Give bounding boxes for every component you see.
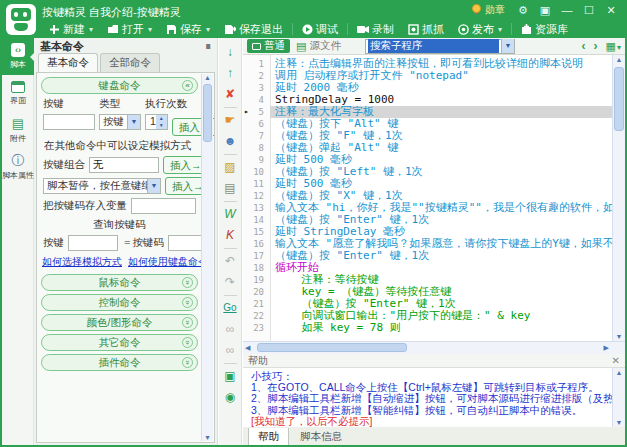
code-line[interactable]: 5注释：最大化写字板 <box>243 106 625 118</box>
scroll-up-icon[interactable]: ▲ <box>202 74 213 81</box>
pane-layout-icon[interactable]: ▦▾ <box>606 40 621 53</box>
normal-view-button[interactable]: 普通 <box>247 39 290 53</box>
tab-全部命令[interactable]: 全部命令 <box>100 53 160 72</box>
hand-icon[interactable]: ☛ <box>219 110 241 131</box>
help-tip-icon[interactable]: ◉ <box>219 387 241 408</box>
toolbar-button-library[interactable]: 资源库 <box>514 20 575 38</box>
code-line[interactable]: 3延时 2000 毫秒 <box>243 82 625 94</box>
toolbar-button-capture[interactable]: 抓抓 <box>401 20 451 38</box>
toolbar-button-debug-play[interactable]: 调试 <box>295 20 345 38</box>
bottom-tab-帮助[interactable]: 帮助 <box>248 428 289 447</box>
scroll-up-icon[interactable]: ▲ <box>613 56 625 63</box>
collapse-icon[interactable]: « <box>182 80 193 91</box>
query-key-input[interactable] <box>68 235 118 251</box>
code-line[interactable]: 9延时 500 毫秒 <box>243 154 625 166</box>
close-button[interactable]: ✕ <box>603 4 619 17</box>
code-line[interactable]: 17（键盘）按 "Enter" 键，1次 <box>243 250 625 262</box>
settings-gear-icon[interactable]: ⚙ <box>515 4 531 17</box>
code-line[interactable]: 19 注释：等待按键 <box>243 274 625 286</box>
toolbar-button-open-folder[interactable]: 打开▾ <box>100 20 159 38</box>
copy-icon[interactable]: ▨ <box>219 157 241 178</box>
chevron-down-icon[interactable]: ▼ <box>501 39 514 53</box>
help-scrollbar[interactable]: ▲ ▼ <box>612 368 625 427</box>
move-down-icon[interactable]: ↓ <box>219 42 241 63</box>
count-stepper[interactable]: 1 ▲▼ <box>145 114 168 130</box>
chevron-down-icon[interactable]: ▼ <box>147 179 160 193</box>
close-icon[interactable]: ✕ <box>612 355 620 366</box>
code-editor[interactable]: 1注释：点击编辑界面的注释按钮，即可看到比较详细的脚本说明2调用 启动程序或打开… <box>243 55 625 341</box>
section-控制命令[interactable]: 控制命令» <box>41 294 198 311</box>
bottom-tab-脚本信息[interactable]: 脚本信息 <box>291 428 351 446</box>
code-line[interactable]: 4StringDelay = 1000 <box>243 94 625 106</box>
search-subroutine-select[interactable]: 搜索子程序 ▼ <box>365 39 515 54</box>
tab-基本命令[interactable]: 基本命令 <box>38 53 98 72</box>
key-input[interactable] <box>43 114 95 130</box>
chevron-down-icon[interactable]: ▾ <box>498 25 502 34</box>
code-line[interactable]: 1注释：点击编辑界面的注释按钮，即可看到比较详细的脚本说明 <box>243 58 625 70</box>
find-icon[interactable]: ∞ <box>219 319 241 340</box>
code-line[interactable]: 18循环开始 <box>243 262 625 274</box>
goto-line-icon[interactable]: Go <box>219 298 241 319</box>
scroll-down-icon[interactable]: ▼ <box>613 419 625 426</box>
code-line[interactable]: 12（键盘）按 "X" 键，1次 <box>243 190 625 202</box>
redo-icon[interactable]: ↷ <box>219 272 241 293</box>
code-line[interactable]: 23 如果 key = 78 则 <box>243 322 625 334</box>
pause-select[interactable]: 脚本暂停，按任意键继续 ▼ <box>43 178 161 194</box>
nav-forward-icon[interactable]: › <box>594 39 598 53</box>
section-插件命令[interactable]: 插件命令» <box>41 354 198 371</box>
section-keyboard-commands[interactable]: 键盘命令 « <box>41 77 198 94</box>
help-link[interactable]: 如何使用键盘命令 <box>128 255 208 269</box>
step-up-icon[interactable]: ▲ <box>156 115 167 122</box>
scroll-up-icon[interactable]: ▲ <box>613 369 625 376</box>
pin-icon[interactable]: ∎ <box>205 38 211 54</box>
scroll-down-icon[interactable]: ▼ <box>202 434 213 441</box>
code-line[interactable]: 7（键盘）按 "F" 键，1次 <box>243 130 625 142</box>
code-line[interactable]: 8（键盘）弹起 "Alt" 键 <box>243 142 625 154</box>
code-line[interactable]: 13输入文本 "hi，你好，我是""按键精灵""，我是个很有趣的软件，如果你愿意… <box>243 202 625 214</box>
user-icon[interactable]: ☻ <box>219 131 241 152</box>
expand-icon[interactable]: » <box>182 297 193 308</box>
code-line[interactable]: 22 向调试窗口输出："用户按下的键是：" & key <box>243 310 625 322</box>
command-panel-scrollbar[interactable]: ▲ ▼ <box>201 74 213 441</box>
sidebar-item-附件[interactable]: ▤附件 <box>2 112 34 149</box>
help-dismiss-link[interactable]: [我知道了，以后不必提示] <box>251 416 604 427</box>
code-line[interactable]: 14（键盘）按 "Enter" 键，1次 <box>243 214 625 226</box>
toolbar-button-save[interactable]: 保存▾ <box>159 20 217 38</box>
expand-icon[interactable]: » <box>182 357 193 368</box>
scroll-thumb[interactable] <box>614 67 624 131</box>
code-line[interactable]: 15延时 StringDelay 毫秒 <box>243 226 625 238</box>
scroll-left-icon[interactable]: ◀ <box>245 344 250 352</box>
sidebar-item-脚本[interactable]: ‹›脚本 <box>2 38 34 75</box>
scroll-right-icon[interactable]: ▶ <box>604 344 609 352</box>
scroll-down-icon[interactable]: ▼ <box>613 333 625 340</box>
sidebar-item-界面[interactable]: 界面 <box>2 75 34 112</box>
toolbar-button-publish[interactable]: 发布▾ <box>451 20 509 38</box>
toolbar-button-record-camera[interactable]: 录制 <box>350 20 401 38</box>
maximize-button[interactable]: ☐ <box>581 4 597 17</box>
nav-back-icon[interactable]: ‹ <box>582 39 586 53</box>
undo-icon[interactable]: ↶ <box>219 251 241 272</box>
medal-badge[interactable]: 勋章 <box>471 3 505 17</box>
section-鼠标命令[interactable]: 鼠标命令» <box>41 274 198 291</box>
find-next-icon[interactable]: ∞ <box>219 340 241 361</box>
code-line[interactable]: 21 （键盘）按 "Enter" 键，1次 <box>243 298 625 310</box>
combo-input[interactable] <box>89 157 159 173</box>
section-颜色/图形命令[interactable]: 颜色/图形命令» <box>41 314 198 331</box>
skin-icon[interactable]: ▣ <box>537 4 553 17</box>
toolbar-button-new[interactable]: 新建▾ <box>42 20 100 38</box>
store-variable-input[interactable] <box>131 198 196 214</box>
chevron-down-icon[interactable]: ▼ <box>127 115 140 129</box>
window-view-icon[interactable]: ▣ <box>219 366 241 387</box>
expand-icon[interactable]: » <box>182 277 193 288</box>
code-line[interactable]: 10（键盘）按 "Left" 键，1次 <box>243 166 625 178</box>
code-line[interactable]: 16输入文本 "愿意了解我吗？如果愿意，请你按下键盘上的Y键，如果不喜欢我，那就… <box>243 238 625 250</box>
minimize-button[interactable]: — <box>559 4 575 17</box>
smart-correct-icon[interactable]: K <box>219 225 241 246</box>
editor-vertical-scrollbar[interactable]: ▲ ▼ <box>612 55 625 341</box>
help-link[interactable]: 例子 <box>214 255 215 269</box>
section-其它命令[interactable]: 其它命令» <box>41 334 198 351</box>
code-line[interactable]: 6（键盘）按下 "Alt" 键 <box>243 118 625 130</box>
scroll-thumb[interactable] <box>203 84 212 142</box>
move-up-icon[interactable]: ↑ <box>219 63 241 84</box>
expand-icon[interactable]: » <box>182 317 193 328</box>
